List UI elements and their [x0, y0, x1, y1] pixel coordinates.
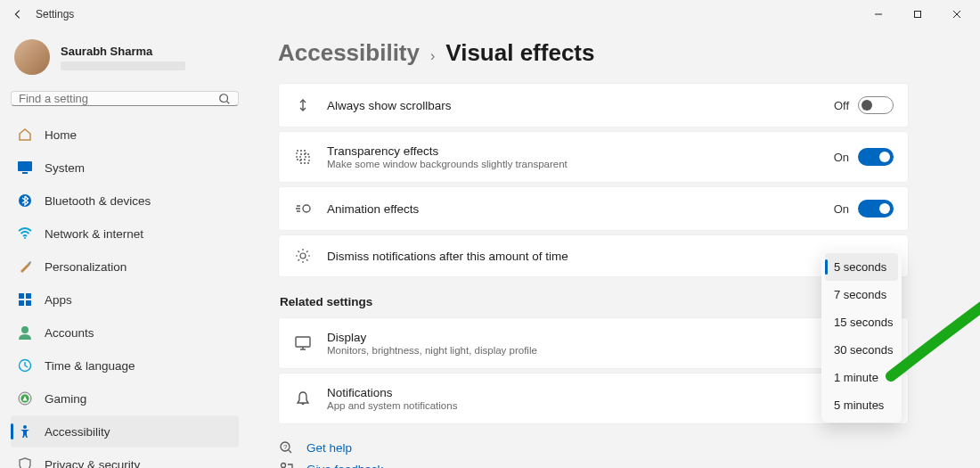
sidebar-item-label: Accessibility [45, 425, 110, 439]
search-box[interactable] [11, 91, 239, 106]
related-display[interactable]: DisplayMonitors, brightness, night light… [278, 317, 909, 369]
toggle-state-label: On [834, 202, 849, 216]
user-block[interactable]: Saurabh Sharma [11, 36, 239, 82]
svg-point-9 [24, 237, 26, 239]
sidebar-item-label: Gaming [45, 392, 86, 406]
setting-dismiss-notifications: Dismiss notifications after this amount … [278, 234, 909, 277]
flyout-option[interactable]: 1 minute [825, 364, 898, 391]
related-title: Display [327, 331, 875, 344]
sidebar-item-privacy[interactable]: Privacy & security [11, 448, 239, 468]
sidebar-item-system[interactable]: System [11, 152, 239, 184]
svg-rect-10 [19, 293, 24, 299]
flyout-option[interactable]: 7 seconds [825, 281, 898, 308]
clock-globe-icon [18, 358, 32, 373]
gaming-icon [18, 391, 32, 406]
help-links: ? Get help Give feedback [278, 440, 909, 468]
breadcrumb-current: Visual effects [445, 39, 594, 67]
give-feedback-link[interactable]: Give feedback [278, 462, 909, 468]
svg-line-27 [298, 251, 300, 253]
get-help-link[interactable]: ? Get help [278, 440, 909, 455]
sidebar-item-gaming[interactable]: Gaming [11, 382, 239, 415]
related-subtitle: Monitors, brightness, night light, displ… [327, 345, 875, 356]
flyout-option[interactable]: 5 seconds [825, 253, 898, 281]
setting-title: Transparency effects [327, 144, 820, 158]
system-icon [18, 160, 32, 175]
sidebar-item-time-language[interactable]: Time & language [11, 349, 239, 382]
avatar [14, 39, 50, 75]
title-bar: Settings [0, 0, 980, 29]
wifi-icon [18, 226, 32, 241]
sidebar-item-label: Home [45, 128, 77, 142]
sidebar-item-label: Time & language [45, 359, 135, 373]
minimize-button[interactable] [859, 0, 898, 29]
user-name: Saurabh Sharma [61, 45, 185, 58]
svg-line-5 [227, 101, 230, 103]
flyout-option[interactable]: 5 minutes [825, 391, 898, 419]
help-link-label: Give feedback [306, 463, 383, 469]
svg-rect-20 [300, 154, 309, 163]
setting-scrollbars: Always show scrollbars Off [278, 83, 909, 127]
setting-animation: Animation effects On [278, 186, 909, 231]
transparency-icon [293, 149, 313, 165]
app-title: Settings [36, 8, 74, 21]
breadcrumb: Accessibility › Visual effects [278, 39, 909, 67]
related-title: Notifications [327, 386, 875, 399]
window-controls [859, 0, 976, 29]
sidebar-item-apps[interactable]: Apps [11, 283, 239, 316]
flyout-option[interactable]: 15 seconds [825, 308, 898, 336]
maximize-icon [913, 10, 922, 19]
help-icon: ? [278, 440, 294, 455]
close-button[interactable] [937, 0, 976, 29]
main-pane: Accessibility › Visual effects Always sh… [249, 29, 980, 468]
sidebar-item-label: Bluetooth & devices [45, 194, 151, 208]
setting-title: Always show scrollbars [327, 99, 820, 112]
paintbrush-icon [18, 259, 32, 274]
breadcrumb-parent[interactable]: Accessibility [278, 39, 420, 67]
svg-rect-13 [26, 300, 31, 306]
back-button[interactable] [4, 0, 32, 29]
help-link-label: Get help [306, 441, 352, 455]
bluetooth-icon [18, 193, 32, 208]
flyout-option[interactable]: 30 seconds [825, 336, 898, 364]
svg-point-4 [220, 94, 228, 102]
svg-rect-6 [18, 161, 32, 171]
maximize-button[interactable] [898, 0, 937, 29]
user-sub-placeholder [61, 62, 185, 70]
sidebar-item-accessibility[interactable]: Accessibility [11, 415, 239, 447]
sidebar-item-network[interactable]: Network & internet [11, 218, 239, 250]
setting-title: Animation effects [327, 202, 820, 216]
display-icon [293, 336, 313, 350]
svg-line-29 [298, 259, 300, 261]
svg-rect-11 [26, 293, 31, 299]
sidebar-item-personalization[interactable]: Personalization [11, 250, 239, 283]
setting-subtitle: Make some window backgrounds slightly tr… [327, 159, 820, 169]
toggle-scrollbars[interactable] [858, 96, 894, 114]
svg-text:?: ? [283, 443, 288, 451]
sidebar-item-label: System [45, 161, 85, 175]
dismiss-duration-flyout: 5 seconds 7 seconds 15 seconds 30 second… [821, 250, 902, 423]
home-icon [18, 127, 32, 142]
search-icon [218, 93, 231, 105]
nav-list: Home System Bluetooth & devices Network … [11, 119, 239, 468]
toggle-transparency[interactable] [858, 148, 894, 166]
related-subtitle: App and system notifications [327, 400, 875, 411]
toggle-state-label: Off [834, 99, 849, 112]
apps-icon [18, 292, 32, 307]
sidebar-item-bluetooth[interactable]: Bluetooth & devices [11, 185, 239, 217]
sidebar-item-accounts[interactable]: Accounts [11, 316, 239, 349]
svg-rect-19 [297, 151, 306, 160]
sidebar-item-home[interactable]: Home [11, 119, 239, 151]
accessibility-icon [18, 424, 32, 439]
related-notifications[interactable]: NotificationsApp and system notification… [278, 373, 909, 424]
setting-title: Dismiss notifications after this amount … [327, 250, 894, 263]
feedback-icon [278, 462, 294, 468]
minimize-icon [874, 10, 883, 19]
svg-rect-7 [22, 172, 28, 174]
search-input[interactable] [19, 92, 218, 105]
svg-point-18 [23, 425, 27, 429]
person-icon [18, 325, 32, 340]
sidebar-item-label: Apps [45, 293, 72, 307]
sidebar-item-label: Privacy & security [45, 458, 140, 469]
toggle-animation[interactable] [858, 200, 894, 218]
animation-icon [293, 202, 313, 215]
